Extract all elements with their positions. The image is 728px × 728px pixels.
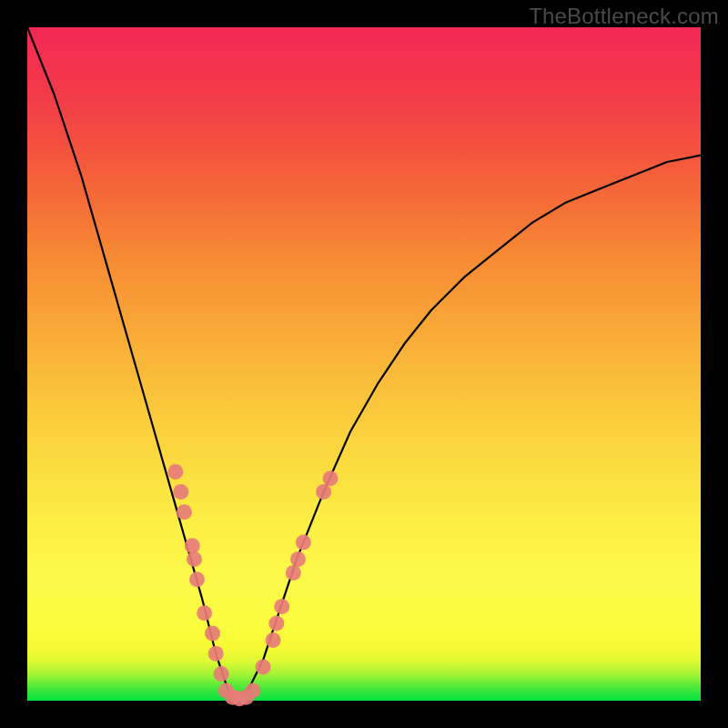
scatter-dot [268,615,284,631]
scatter-dot [173,484,188,500]
scatter-dot [189,571,205,587]
scatter-dot [205,626,220,642]
scatter-dot [187,551,202,567]
scatter-dot [323,470,339,486]
scatter-dot [296,535,311,551]
plot-area [27,27,701,701]
scatter-dot [208,646,224,662]
scatter-dot [185,538,200,553]
scatter-dot [245,682,260,698]
curve-group [27,27,701,701]
scatter-dot [290,551,306,567]
curve-left-branch [27,27,236,701]
scatter-dot [256,660,271,675]
chart-frame: TheBottleneck.com [0,0,728,728]
scatter-dot [177,504,192,520]
scatter-dot [197,605,212,621]
scatter-dot [286,565,301,581]
scatter-dot [266,632,281,648]
watermark-text: TheBottleneck.com [529,4,719,29]
curve-right-branch [236,156,701,701]
dot-group [167,464,338,706]
chart-svg [27,27,701,701]
scatter-dot [316,484,331,500]
scatter-dot [274,599,289,614]
scatter-dot [167,464,183,480]
scatter-dot [214,666,229,682]
